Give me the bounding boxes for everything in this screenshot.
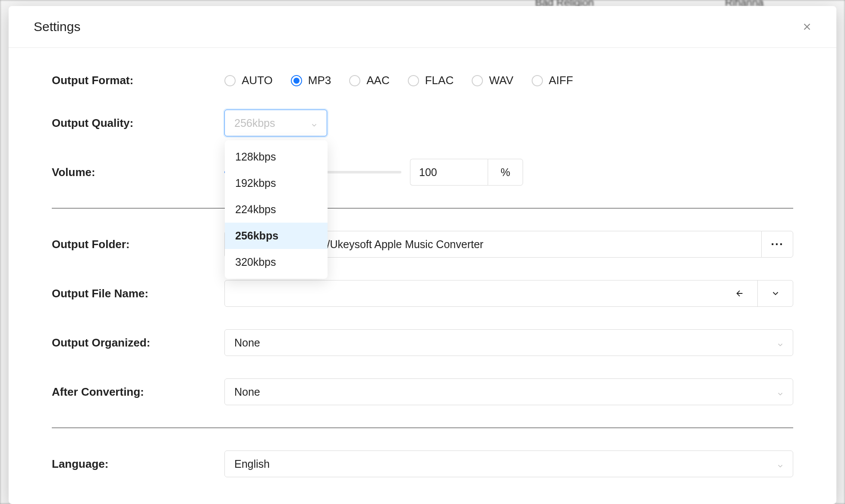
radio-label: WAV [489, 74, 513, 87]
output-organized-value: None [234, 337, 260, 349]
radio-mp3[interactable]: MP3 [291, 74, 331, 87]
dropdown-item-128[interactable]: 128kbps [225, 144, 328, 170]
radio-label: AUTO [242, 74, 273, 87]
language-value: English [234, 458, 270, 470]
radio-flac[interactable]: FLAC [408, 74, 454, 87]
radio-wav[interactable]: WAV [472, 74, 513, 87]
label-language: Language: [52, 457, 224, 471]
language-select[interactable]: English [224, 450, 793, 477]
dropdown-item-224[interactable]: 224kbps [225, 196, 328, 223]
label-output-quality: Output Quality: [52, 117, 224, 130]
dropdown-item-320[interactable]: 320kbps [225, 249, 328, 275]
radio-circle-icon [224, 75, 236, 86]
radio-circle-icon [408, 75, 419, 86]
chevron-down-icon [776, 460, 784, 468]
arrow-left-icon [735, 289, 744, 298]
close-icon [801, 21, 813, 32]
row-volume: Volume: 100 % [52, 159, 793, 186]
after-converting-value: None [234, 386, 260, 398]
label-output-folder: Output Folder: [52, 238, 224, 251]
chevron-down-icon [776, 388, 784, 396]
radio-auto[interactable]: AUTO [224, 74, 273, 87]
radio-aac[interactable]: AAC [349, 74, 389, 87]
volume-unit: % [488, 159, 523, 186]
dropdown-item-256[interactable]: 256kbps [225, 223, 328, 249]
radio-circle-icon [472, 75, 483, 86]
filename-dropdown-button[interactable] [757, 280, 793, 306]
output-format-radio-group: AUTO MP3 AAC FLAC [224, 74, 573, 87]
settings-modal: Settings Output Format: AUTO MP3 [9, 6, 836, 504]
output-quality-select[interactable]: 256kbps 128kbps 192kbps 224kbps 256kbps … [224, 110, 327, 136]
row-output-quality: Output Quality: 256kbps 128kbps 192kbps … [52, 110, 793, 136]
radio-dot-icon [293, 78, 300, 84]
radio-aiff[interactable]: AIFF [532, 74, 573, 87]
label-volume: Volume: [52, 166, 224, 179]
row-output-file-name: Output File Name: [52, 280, 793, 307]
close-button[interactable] [798, 18, 816, 35]
label-after-converting: After Converting: [52, 385, 224, 399]
chevron-down-icon [771, 289, 780, 298]
modal-title: Settings [34, 19, 80, 34]
chevron-down-icon [776, 339, 784, 346]
modal-header: Settings [9, 6, 836, 48]
dropdown-item-192[interactable]: 192kbps [225, 170, 328, 196]
output-quality-dropdown: 128kbps 192kbps 224kbps 256kbps 320kbps [225, 140, 328, 279]
volume-input[interactable]: 100 [410, 159, 488, 186]
radio-label: AAC [366, 74, 389, 87]
modal-body: Output Format: AUTO MP3 AAC [9, 48, 836, 504]
section-divider [52, 208, 793, 208]
row-output-organized: Output Organized: None [52, 329, 793, 356]
row-output-folder: Output Folder: cuments/Ukeysoft Apple Mu… [52, 231, 793, 258]
output-organized-select[interactable]: None [224, 329, 793, 356]
volume-value: 100 [419, 166, 437, 179]
label-output-organized: Output Organized: [52, 336, 224, 350]
radio-circle-icon [349, 75, 360, 86]
browse-folder-button[interactable]: ··· [761, 231, 793, 258]
row-language: Language: English [52, 450, 793, 477]
label-output-file-name: Output File Name: [52, 287, 224, 300]
after-converting-select[interactable]: None [224, 378, 793, 405]
row-output-format: Output Format: AUTO MP3 AAC [52, 74, 793, 87]
radio-label: FLAC [425, 74, 454, 87]
row-after-converting: After Converting: None [52, 378, 793, 405]
chevron-down-icon [310, 119, 318, 127]
radio-circle-icon [532, 75, 543, 86]
filename-back-button[interactable] [722, 280, 757, 306]
ellipsis-icon: ··· [771, 237, 783, 251]
output-file-name-input[interactable] [224, 280, 793, 307]
radio-circle-icon [291, 75, 302, 86]
label-output-format: Output Format: [52, 74, 224, 87]
radio-label: AIFF [549, 74, 573, 87]
section-divider [52, 428, 793, 428]
radio-label: MP3 [308, 74, 331, 87]
output-quality-value: 256kbps [234, 117, 275, 129]
